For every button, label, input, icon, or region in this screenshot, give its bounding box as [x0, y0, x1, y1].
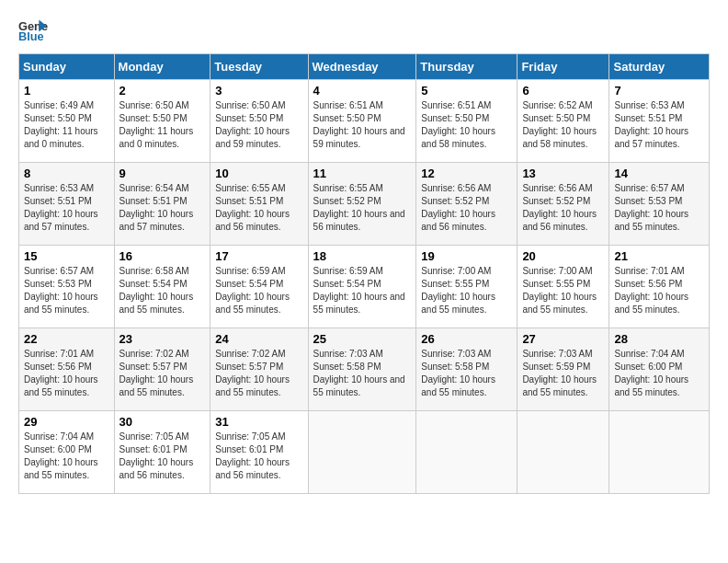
day-cell-13: 13Sunrise: 6:56 AMSunset: 5:52 PMDayligh… [518, 163, 609, 246]
day-info: Sunrise: 7:05 AMSunset: 6:01 PMDaylight:… [119, 431, 206, 482]
day-number: 17 [215, 249, 302, 263]
day-number: 11 [313, 167, 412, 180]
calendar-table: SundayMondayTuesdayWednesdayThursdayFrid… [18, 53, 710, 494]
day-cell-31: 31Sunrise: 7:05 AMSunset: 6:01 PMDayligh… [210, 411, 308, 494]
day-number: 3 [215, 84, 302, 98]
logo: General Blue [18, 18, 48, 44]
day-number: 10 [215, 167, 302, 180]
day-number: 25 [313, 332, 412, 346]
day-number: 8 [24, 167, 109, 180]
day-info: Sunrise: 6:51 AMSunset: 5:50 PMDaylight:… [421, 99, 512, 151]
day-cell-14: 14Sunrise: 6:57 AMSunset: 5:53 PMDayligh… [609, 163, 710, 246]
day-number: 12 [421, 167, 512, 180]
day-info: Sunrise: 6:59 AMSunset: 5:54 PMDaylight:… [215, 265, 302, 316]
day-info: Sunrise: 7:04 AMSunset: 6:00 PMDaylight:… [614, 348, 704, 399]
day-info: Sunrise: 6:50 AMSunset: 5:50 PMDaylight:… [215, 99, 302, 151]
day-info: Sunrise: 7:00 AMSunset: 5:55 PMDaylight:… [522, 265, 604, 316]
day-cell-26: 26Sunrise: 7:03 AMSunset: 5:58 PMDayligh… [416, 328, 518, 411]
day-info: Sunrise: 7:01 AMSunset: 5:56 PMDaylight:… [614, 265, 704, 316]
day-number: 2 [119, 84, 206, 98]
page-header: General Blue [18, 18, 710, 44]
day-cell-2: 2Sunrise: 6:50 AMSunset: 5:50 PMDaylight… [114, 80, 210, 163]
day-number: 31 [215, 415, 302, 429]
day-info: Sunrise: 6:55 AMSunset: 5:51 PMDaylight:… [215, 182, 302, 234]
empty-cell [308, 411, 416, 494]
day-cell-28: 28Sunrise: 7:04 AMSunset: 6:00 PMDayligh… [609, 328, 710, 411]
day-cell-23: 23Sunrise: 7:02 AMSunset: 5:57 PMDayligh… [114, 328, 210, 411]
day-number: 20 [522, 249, 604, 263]
header-friday: Friday [518, 54, 609, 80]
day-info: Sunrise: 6:51 AMSunset: 5:50 PMDaylight:… [313, 99, 412, 151]
day-cell-25: 25Sunrise: 7:03 AMSunset: 5:58 PMDayligh… [308, 328, 416, 411]
day-info: Sunrise: 6:57 AMSunset: 5:53 PMDaylight:… [24, 265, 109, 316]
day-number: 18 [313, 249, 412, 263]
header-sunday: Sunday [19, 54, 115, 80]
header-wednesday: Wednesday [308, 54, 416, 80]
day-cell-29: 29Sunrise: 7:04 AMSunset: 6:00 PMDayligh… [19, 411, 115, 494]
day-number: 14 [614, 167, 704, 180]
week-row-3: 15Sunrise: 6:57 AMSunset: 5:53 PMDayligh… [19, 246, 710, 328]
header-saturday: Saturday [609, 54, 710, 80]
day-info: Sunrise: 7:02 AMSunset: 5:57 PMDaylight:… [119, 348, 206, 399]
day-cell-20: 20Sunrise: 7:00 AMSunset: 5:55 PMDayligh… [518, 246, 609, 328]
day-cell-8: 8Sunrise: 6:53 AMSunset: 5:51 PMDaylight… [19, 163, 115, 246]
calendar-header-row: SundayMondayTuesdayWednesdayThursdayFrid… [19, 54, 710, 80]
day-info: Sunrise: 6:57 AMSunset: 5:53 PMDaylight:… [614, 182, 704, 234]
day-cell-24: 24Sunrise: 7:02 AMSunset: 5:57 PMDayligh… [210, 328, 308, 411]
day-cell-30: 30Sunrise: 7:05 AMSunset: 6:01 PMDayligh… [114, 411, 210, 494]
day-info: Sunrise: 6:53 AMSunset: 5:51 PMDaylight:… [24, 182, 109, 234]
day-info: Sunrise: 7:05 AMSunset: 6:01 PMDaylight:… [215, 431, 302, 482]
day-number: 9 [119, 167, 206, 180]
day-number: 13 [522, 167, 604, 180]
day-number: 28 [614, 332, 704, 346]
day-cell-6: 6Sunrise: 6:52 AMSunset: 5:50 PMDaylight… [518, 80, 609, 163]
day-number: 5 [421, 84, 512, 98]
day-cell-11: 11Sunrise: 6:55 AMSunset: 5:52 PMDayligh… [308, 163, 416, 246]
day-cell-18: 18Sunrise: 6:59 AMSunset: 5:54 PMDayligh… [308, 246, 416, 328]
day-info: Sunrise: 7:04 AMSunset: 6:00 PMDaylight:… [24, 431, 109, 482]
day-info: Sunrise: 7:03 AMSunset: 5:59 PMDaylight:… [522, 348, 604, 399]
day-info: Sunrise: 7:00 AMSunset: 5:55 PMDaylight:… [421, 265, 512, 316]
day-info: Sunrise: 7:03 AMSunset: 5:58 PMDaylight:… [313, 348, 412, 399]
day-cell-12: 12Sunrise: 6:56 AMSunset: 5:52 PMDayligh… [416, 163, 518, 246]
day-cell-22: 22Sunrise: 7:01 AMSunset: 5:56 PMDayligh… [19, 328, 115, 411]
day-cell-16: 16Sunrise: 6:58 AMSunset: 5:54 PMDayligh… [114, 246, 210, 328]
day-cell-9: 9Sunrise: 6:54 AMSunset: 5:51 PMDaylight… [114, 163, 210, 246]
day-number: 4 [313, 84, 412, 98]
empty-cell [518, 411, 609, 494]
day-info: Sunrise: 7:01 AMSunset: 5:56 PMDaylight:… [24, 348, 109, 399]
day-number: 19 [421, 249, 512, 263]
week-row-1: 1Sunrise: 6:49 AMSunset: 5:50 PMDaylight… [19, 80, 710, 163]
day-number: 26 [421, 332, 512, 346]
day-info: Sunrise: 6:53 AMSunset: 5:51 PMDaylight:… [614, 99, 704, 151]
header-tuesday: Tuesday [210, 54, 308, 80]
day-info: Sunrise: 6:58 AMSunset: 5:54 PMDaylight:… [119, 265, 206, 316]
day-number: 15 [24, 249, 109, 263]
day-number: 21 [614, 249, 704, 263]
day-cell-3: 3Sunrise: 6:50 AMSunset: 5:50 PMDaylight… [210, 80, 308, 163]
day-info: Sunrise: 6:56 AMSunset: 5:52 PMDaylight:… [421, 182, 512, 234]
day-number: 30 [119, 415, 206, 429]
day-cell-7: 7Sunrise: 6:53 AMSunset: 5:51 PMDaylight… [609, 80, 710, 163]
day-cell-4: 4Sunrise: 6:51 AMSunset: 5:50 PMDaylight… [308, 80, 416, 163]
header-thursday: Thursday [416, 54, 518, 80]
day-cell-17: 17Sunrise: 6:59 AMSunset: 5:54 PMDayligh… [210, 246, 308, 328]
week-row-5: 29Sunrise: 7:04 AMSunset: 6:00 PMDayligh… [19, 411, 710, 494]
day-number: 22 [24, 332, 109, 346]
day-number: 6 [522, 84, 604, 98]
day-info: Sunrise: 6:55 AMSunset: 5:52 PMDaylight:… [313, 182, 412, 234]
header-monday: Monday [114, 54, 210, 80]
week-row-4: 22Sunrise: 7:01 AMSunset: 5:56 PMDayligh… [19, 328, 710, 411]
day-cell-19: 19Sunrise: 7:00 AMSunset: 5:55 PMDayligh… [416, 246, 518, 328]
day-number: 7 [614, 84, 704, 98]
day-info: Sunrise: 6:49 AMSunset: 5:50 PMDaylight:… [24, 99, 109, 151]
day-cell-5: 5Sunrise: 6:51 AMSunset: 5:50 PMDaylight… [416, 80, 518, 163]
week-row-2: 8Sunrise: 6:53 AMSunset: 5:51 PMDaylight… [19, 163, 710, 246]
day-info: Sunrise: 6:59 AMSunset: 5:54 PMDaylight:… [313, 265, 412, 316]
logo-icon: General Blue [18, 18, 48, 44]
svg-text:Blue: Blue [18, 29, 44, 43]
day-info: Sunrise: 7:03 AMSunset: 5:58 PMDaylight:… [421, 348, 512, 399]
day-info: Sunrise: 6:54 AMSunset: 5:51 PMDaylight:… [119, 182, 206, 234]
day-number: 23 [119, 332, 206, 346]
day-cell-15: 15Sunrise: 6:57 AMSunset: 5:53 PMDayligh… [19, 246, 115, 328]
